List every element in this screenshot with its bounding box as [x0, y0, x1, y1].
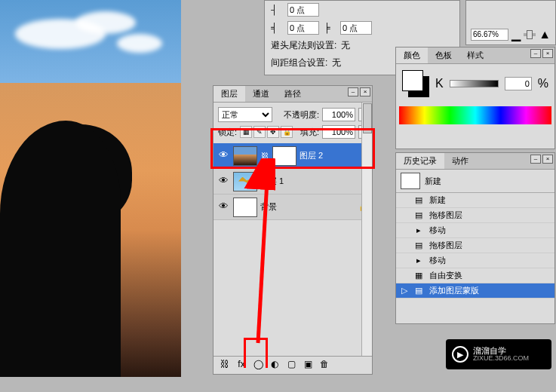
history-item[interactable]: ▤新建 [396, 193, 554, 208]
mask-thumb[interactable] [272, 146, 296, 166]
history-item[interactable]: ▦自由变换 [396, 268, 554, 283]
trash-icon[interactable]: 🗑 [318, 359, 331, 372]
tab-color[interactable]: 颜色 [396, 47, 428, 63]
k-label: K [435, 77, 444, 90]
fill-label: 填充: [300, 127, 319, 138]
layer-thumb[interactable] [233, 146, 257, 166]
spacing-label: 间距组合设置: [271, 57, 327, 69]
add-mask-icon[interactable]: ◯ [251, 359, 265, 372]
layer-row-2[interactable]: 👁 ⛓ 图层 2 [213, 143, 372, 169]
history-close-icon[interactable]: × [542, 155, 553, 164]
indent-left2-icon: ╡ [271, 23, 283, 33]
avoid-label: 避头尾法则设置: [271, 39, 336, 52]
history-list: ▤新建 ▤拖移图层 ▸移动 ▤拖移图层 ▸移动 ▦自由变换 ▷▤添加图层蒙版 [396, 193, 554, 299]
lock-pixels-icon[interactable]: ✎ [253, 126, 266, 138]
mask-icon: ▤ [413, 286, 425, 296]
history-item[interactable]: ▤拖移图层 [396, 208, 554, 223]
indent-right-icon: ╞ [324, 23, 336, 33]
layer-thumb[interactable] [233, 172, 257, 191]
snapshot-name[interactable]: 新建 [425, 176, 441, 187]
indent-left2-input[interactable] [287, 21, 319, 35]
lock-transparent-icon[interactable]: ▦ [240, 126, 252, 138]
tab-paths[interactable]: 路径 [277, 86, 309, 102]
sky-image [0, 0, 181, 83]
doc-icon: ▤ [413, 210, 425, 221]
layer-row-bg[interactable]: 👁 背景 🔒 [213, 194, 372, 220]
fill-input[interactable] [322, 125, 355, 139]
canvas-area[interactable] [0, 0, 181, 377]
history-label: 自由变换 [429, 270, 462, 281]
folder-icon[interactable]: ▢ [284, 359, 298, 372]
adjustment-icon[interactable]: ◐ [268, 359, 281, 372]
lock-all-icon[interactable]: 🔒 [281, 126, 293, 138]
fx-icon[interactable]: fx [235, 359, 248, 372]
blend-mode-select[interactable]: 正常 [218, 107, 272, 122]
k-value-input[interactable] [505, 77, 532, 90]
history-min-icon[interactable]: – [530, 155, 541, 164]
layers-close-icon[interactable]: × [360, 87, 370, 96]
layers-scrollbar[interactable] [361, 103, 372, 356]
zoom-in-icon[interactable]: ▲ [539, 28, 551, 41]
history-item[interactable]: ▸移动 [396, 223, 554, 238]
tab-channels[interactable]: 通道 [245, 86, 277, 102]
opacity-input[interactable] [322, 108, 355, 121]
zoom-panel: ▁ ▲ [465, 0, 556, 45]
avoid-value[interactable]: 无 [341, 39, 350, 52]
tab-styles[interactable]: 样式 [459, 47, 491, 63]
link-icon[interactable]: ⛓ [260, 152, 269, 160]
sunset-image [0, 83, 181, 377]
layer-row-1[interactable]: 👁 图层 1 [213, 169, 372, 194]
layer-name[interactable]: 图层 1 [260, 176, 284, 187]
history-label: 新建 [429, 194, 446, 206]
move-icon: ▸ [413, 256, 425, 266]
transform-icon: ▦ [413, 271, 425, 281]
history-label: 移动 [429, 255, 446, 266]
k-slider[interactable] [450, 80, 499, 87]
history-label: 拖移图层 [429, 240, 462, 251]
watermark-sub: ZIXUE.3D66.COM [473, 355, 529, 363]
color-close-icon[interactable]: × [542, 49, 553, 58]
history-panel: –× 历史记录 动作 ▸ 新建 ▤新建 ▤拖移图层 ▸移动 ▤拖移图层 ▸移动 … [395, 152, 555, 324]
foreground-color-swatch[interactable] [402, 70, 423, 91]
snapshot-thumb[interactable] [401, 173, 420, 189]
tab-actions[interactable]: 动作 [444, 153, 476, 169]
history-label: 添加图层蒙版 [429, 285, 479, 296]
watermark: ▶ 溜溜自学 ZIXUE.3D66.COM [446, 339, 551, 369]
indent-left-icon: ┤ [271, 5, 283, 15]
layers-toolbar: ⛓ fx ◯ ◐ ▢ ▣ 🗑 [213, 356, 372, 374]
move-icon: ▸ [413, 225, 425, 236]
new-layer-icon[interactable]: ▣ [301, 359, 315, 372]
percent-label: % [538, 77, 548, 90]
layer-name[interactable]: 背景 [260, 201, 277, 213]
layer-name[interactable]: 图层 2 [300, 150, 323, 161]
tab-layers[interactable]: 图层 [213, 86, 245, 102]
spacing-value[interactable]: 无 [332, 57, 341, 69]
history-item[interactable]: ▤拖移图层 [396, 238, 554, 253]
history-label: 拖移图层 [429, 210, 462, 221]
layers-min-icon[interactable]: – [348, 87, 358, 96]
color-spectrum[interactable] [399, 106, 551, 124]
doc-icon: ▤ [413, 195, 425, 206]
zoom-out-icon[interactable]: ▁ [511, 27, 521, 41]
color-min-icon[interactable]: – [530, 49, 541, 58]
eye-icon[interactable]: 👁 [217, 149, 230, 163]
eye-icon[interactable]: 👁 [217, 201, 230, 214]
layers-panel: –× 图层 通道 路径 ▸ 正常 不透明度: ▸ 锁定: ▦ ✎ ✥ 🔒 填充:… [213, 85, 373, 375]
indent-right-input[interactable] [340, 21, 372, 35]
zoom-slider[interactable] [524, 33, 536, 36]
color-panel: –× 颜色 色板 样式 ▸ K % [395, 47, 555, 149]
opacity-label: 不透明度: [284, 109, 319, 121]
tab-history[interactable]: 历史记录 [396, 153, 444, 169]
play-icon: ▶ [452, 346, 468, 363]
lock-position-icon[interactable]: ✥ [267, 126, 279, 138]
history-label: 移动 [429, 225, 446, 236]
link-layers-icon[interactable]: ⛓ [218, 359, 232, 372]
tab-swatches[interactable]: 色板 [428, 47, 459, 63]
history-item[interactable]: ▸移动 [396, 253, 554, 268]
indent-left-input[interactable] [287, 3, 319, 17]
zoom-input[interactable] [471, 29, 508, 41]
layer-thumb[interactable] [233, 198, 257, 217]
eye-icon[interactable]: 👁 [217, 175, 230, 188]
current-indicator-icon: ▷ [401, 286, 408, 296]
history-item[interactable]: ▷▤添加图层蒙版 [396, 283, 554, 299]
